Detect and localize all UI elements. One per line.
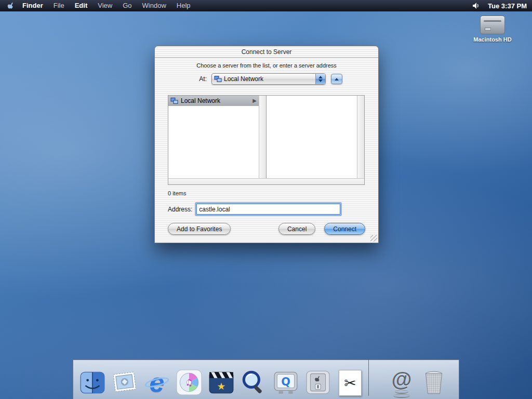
menu-item-file[interactable]: File bbox=[49, 0, 69, 11]
menubar-clock[interactable]: Tue 3:37 PM bbox=[488, 2, 527, 10]
browser-column-left[interactable]: Local Network ▶ bbox=[168, 96, 266, 178]
dock-item-internet-explorer[interactable]: e bbox=[141, 366, 173, 396]
imovie-clapper-icon: ★ bbox=[208, 369, 235, 396]
dialog-subtitle: Choose a server from the list, or enter … bbox=[155, 62, 378, 69]
location-popup-menu[interactable]: Local Network bbox=[211, 73, 326, 85]
itunes-icon: ♫ bbox=[176, 369, 203, 396]
desktop: Finder File Edit View Go Window Help Tue… bbox=[0, 0, 532, 399]
desktop-icon-macintosh-hd[interactable]: Macintosh HD bbox=[468, 16, 517, 43]
browser-column-right[interactable] bbox=[266, 96, 364, 178]
network-icon bbox=[170, 97, 178, 104]
server-list-item-local-network[interactable]: Local Network ▶ bbox=[168, 96, 259, 106]
up-arrow-icon bbox=[335, 78, 339, 81]
disclosure-triangle-icon: ▶ bbox=[252, 98, 257, 103]
server-browser: Local Network ▶ bbox=[168, 95, 365, 185]
menu-item-go[interactable]: Go bbox=[118, 0, 136, 11]
svg-text:Q: Q bbox=[281, 376, 290, 388]
dock-item-system-preferences[interactable] bbox=[302, 366, 334, 396]
dock-item-cut-tool[interactable]: ✂ bbox=[334, 366, 366, 396]
dock-separator bbox=[368, 360, 369, 396]
menu-item-edit[interactable]: Edit bbox=[70, 0, 92, 11]
popup-selected-value: Local Network bbox=[224, 75, 263, 83]
connect-to-server-dialog: Connect to Server Choose a server from t… bbox=[154, 46, 379, 243]
hard-drive-icon bbox=[480, 16, 505, 34]
menu-item-finder[interactable]: Finder bbox=[18, 0, 48, 11]
dock-item-trash[interactable] bbox=[418, 366, 450, 396]
stepper-up-icon bbox=[318, 76, 323, 78]
dock-item-imovie[interactable]: ★ bbox=[205, 366, 237, 396]
add-to-favorites-button[interactable]: Add to Favorites bbox=[168, 223, 231, 235]
mail-stamp-icon bbox=[111, 369, 138, 396]
hd-label: Macintosh HD bbox=[468, 36, 517, 43]
internet-explorer-icon: e bbox=[143, 369, 170, 396]
dock-item-itunes[interactable]: ♫ bbox=[173, 366, 205, 396]
cancel-button[interactable]: Cancel bbox=[278, 223, 315, 235]
dock-item-mail[interactable] bbox=[109, 366, 141, 396]
dialog-titlebar[interactable]: Connect to Server bbox=[155, 46, 378, 58]
connect-button[interactable]: Connect bbox=[324, 223, 365, 235]
apple-logo-icon bbox=[7, 2, 15, 10]
network-icon bbox=[214, 75, 222, 83]
dock-item-finder[interactable] bbox=[76, 366, 109, 396]
dock-item-quicktime-player[interactable]: Q bbox=[270, 366, 302, 396]
menubar: Finder File Edit View Go Window Help Tue… bbox=[0, 0, 532, 11]
right-column-scrollbar[interactable] bbox=[357, 96, 364, 178]
quicktime-tv-icon: Q bbox=[272, 369, 299, 396]
dock-item-mail-at[interactable]: @ bbox=[385, 366, 418, 396]
items-count-label: 0 items bbox=[168, 190, 186, 196]
horizontal-scrollbar[interactable] bbox=[168, 178, 364, 184]
address-label: Address: bbox=[168, 206, 192, 213]
trash-icon bbox=[420, 369, 447, 396]
scissors-page-icon: ✂ bbox=[339, 370, 362, 396]
finder-icon bbox=[79, 369, 106, 396]
popup-stepper[interactable] bbox=[315, 74, 325, 84]
address-input[interactable] bbox=[196, 204, 340, 215]
menu-item-help[interactable]: Help bbox=[172, 0, 195, 11]
dialog-title: Connect to Server bbox=[242, 48, 292, 56]
stepper-down-icon bbox=[318, 79, 323, 82]
resize-grip[interactable] bbox=[370, 235, 377, 242]
sherlock-magnifier-icon bbox=[240, 369, 267, 396]
dock: e ♫ ★ bbox=[73, 360, 459, 399]
left-column-scrollbar[interactable] bbox=[259, 96, 266, 178]
menu-item-window[interactable]: Window bbox=[138, 0, 171, 11]
svg-text:★: ★ bbox=[217, 381, 226, 392]
system-preferences-icon bbox=[304, 369, 331, 396]
menu-item-view[interactable]: View bbox=[93, 0, 117, 11]
volume-icon[interactable] bbox=[472, 2, 481, 9]
at-label: At: bbox=[188, 75, 207, 83]
svg-text:♫: ♫ bbox=[185, 378, 193, 388]
server-item-label: Local Network bbox=[181, 97, 220, 104]
navigate-up-button[interactable] bbox=[331, 74, 342, 84]
dock-item-sherlock[interactable] bbox=[237, 366, 270, 396]
apple-menu[interactable] bbox=[5, 2, 17, 10]
at-sign-spring-icon: @ bbox=[389, 369, 415, 396]
